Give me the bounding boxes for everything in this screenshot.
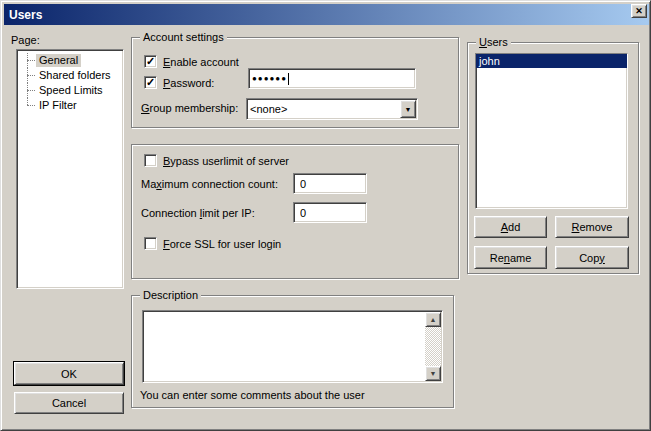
add-user-button[interactable]: Add (474, 216, 547, 238)
tree-item-speed-limits[interactable]: Speed Limits (19, 83, 121, 98)
max-connection-input[interactable] (293, 173, 367, 194)
force-ssl-label[interactable]: Force SSL for user login (163, 238, 281, 250)
tree-item-ip-filter[interactable]: IP Filter (19, 98, 121, 113)
window-title: Users (4, 8, 42, 22)
force-ssl-checkbox[interactable]: ✓ (144, 237, 157, 250)
chevron-down-icon: ▼ (405, 106, 412, 113)
bypass-userlimit-checkbox[interactable]: ✓ (144, 154, 157, 167)
scroll-down-icon: ▼ (430, 370, 437, 377)
tree-branch (19, 68, 36, 83)
title-bar[interactable]: Users (4, 4, 649, 25)
enable-account-checkbox[interactable]: ✓ (144, 55, 157, 68)
users-listbox[interactable]: john (475, 53, 628, 209)
password-checkbox[interactable]: ✓ (144, 76, 157, 89)
remove-user-button[interactable]: Remove (555, 216, 629, 238)
group-membership-select[interactable]: <none> ▼ (246, 98, 418, 120)
user-list-item[interactable]: john (476, 54, 627, 68)
dropdown-button[interactable]: ▼ (400, 100, 416, 118)
description-hint: You can enter some comments about the us… (140, 389, 365, 401)
account-settings-title: Account settings (140, 31, 227, 43)
tree-branch (19, 53, 36, 68)
group-membership-label: Group membership: (141, 102, 238, 114)
tree-item-shared-folders[interactable]: Shared folders (19, 68, 121, 83)
password-input[interactable]: ●●●●●● (248, 68, 416, 89)
tree-branch (19, 83, 36, 98)
page-tree[interactable]: General Shared folders Speed Limits IP F… (16, 49, 124, 289)
rename-user-button[interactable]: Rename (474, 246, 547, 269)
scroll-up-button[interactable]: ▲ (425, 312, 441, 327)
cancel-button[interactable]: Cancel (14, 392, 124, 414)
description-title: Description (140, 289, 201, 301)
page-label: Page: (11, 34, 40, 46)
enable-account-label[interactable]: Enable account (163, 56, 239, 68)
close-button[interactable]: ✕ (631, 4, 647, 18)
users-dialog: Users ✕ Page: General Shared folders Spe… (0, 0, 651, 431)
bypass-userlimit-label[interactable]: Bypass userlimit of server (163, 155, 289, 167)
password-label[interactable]: Password: (163, 77, 214, 89)
max-connection-label: Maximum connection count: (141, 178, 278, 190)
checkmark-icon: ✓ (146, 77, 155, 88)
description-scrollbar[interactable]: ▲ ▼ (425, 312, 441, 381)
tree-branch (19, 98, 36, 113)
close-icon: ✕ (635, 7, 643, 16)
copy-user-button[interactable]: Copy (555, 246, 629, 269)
ip-limit-label: Connection limit per IP: (141, 207, 255, 219)
scroll-down-button[interactable]: ▼ (425, 366, 441, 381)
tree-item-general[interactable]: General (19, 53, 121, 68)
checkmark-icon: ✓ (146, 56, 155, 67)
scroll-up-icon: ▲ (430, 316, 437, 323)
description-textarea[interactable] (145, 313, 426, 380)
ok-button[interactable]: OK (14, 362, 124, 385)
text-caret (288, 73, 289, 85)
description-field-frame: ▲ ▼ (142, 310, 443, 383)
ip-limit-input[interactable] (293, 202, 367, 223)
users-group-title: Users (476, 36, 511, 48)
